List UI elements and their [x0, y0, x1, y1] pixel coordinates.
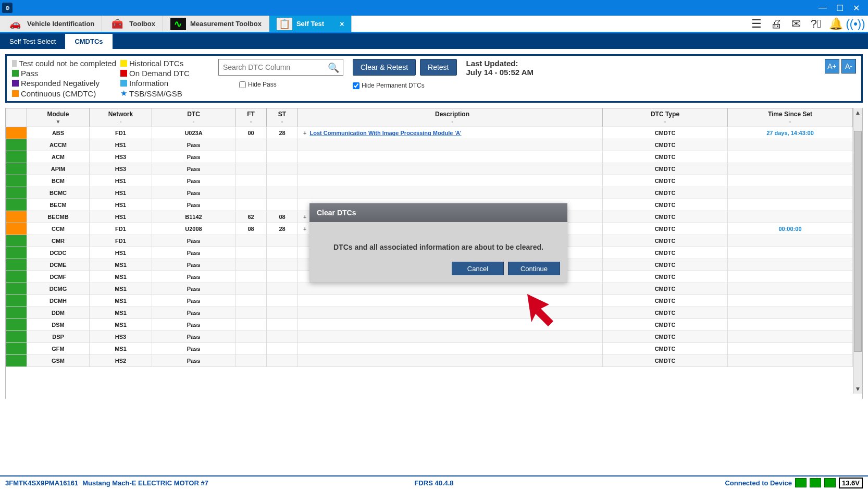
cell-dtc: Pass — [152, 307, 235, 319]
cell-dtc: Pass — [152, 319, 235, 331]
col-ft[interactable]: FT◦ — [235, 108, 267, 127]
col-time-since-set[interactable]: Time Since Set◦ — [728, 108, 853, 127]
subtab-self-test-select[interactable]: Self Test Select — [0, 34, 65, 49]
cell-type: CMDTC — [603, 331, 728, 343]
cell-time — [728, 235, 853, 247]
cell-st — [267, 199, 298, 211]
table-row[interactable]: ACMHS3PassCMDTC — [6, 151, 853, 163]
table-row[interactable]: GFMMS1PassCMDTC — [6, 343, 853, 355]
col-module[interactable]: Module▼ — [27, 108, 90, 127]
voltage-display: 13.6V — [839, 478, 863, 488]
status-indicator — [6, 355, 27, 366]
cell-module: APIM — [27, 163, 90, 175]
tab-vehicle-identification[interactable]: 🚗 Vehicle Identification — [0, 16, 102, 32]
scroll-down-arrow[interactable]: ▼ — [853, 384, 862, 394]
dtc-description-link[interactable]: Lost Communication With Image Processing… — [309, 130, 461, 136]
cell-network: HS1 — [90, 199, 152, 211]
col-description[interactable]: Description◦ — [298, 108, 603, 127]
table-row[interactable]: ACCMHS1PassCMDTC — [6, 139, 853, 151]
col-status[interactable] — [6, 108, 27, 127]
table-row[interactable]: GSMHS2PassCMDTC — [6, 355, 853, 367]
cell-description — [298, 139, 603, 151]
cell-dtc: Pass — [152, 343, 235, 355]
tab-self-test[interactable]: 📋 Self Test × — [269, 16, 352, 32]
cell-description — [298, 151, 603, 163]
print-icon[interactable]: 🖨 — [769, 17, 784, 31]
retest-button[interactable]: Retest — [420, 59, 456, 76]
table-row[interactable]: BCMCHS1PassCMDTC — [6, 187, 853, 199]
mail-icon[interactable]: ✉ — [789, 17, 803, 31]
close-icon[interactable]: × — [340, 20, 344, 28]
cell-dtc: Pass — [152, 187, 235, 199]
search-icon[interactable]: 🔍 — [328, 62, 339, 74]
cancel-button[interactable]: Cancel — [452, 262, 504, 275]
cell-time — [728, 355, 853, 367]
cell-time — [728, 199, 853, 211]
status-indicator — [6, 211, 27, 223]
table-row[interactable]: DCMGMS1PassCMDTC — [6, 283, 853, 295]
cell-dtc: Pass — [152, 235, 235, 247]
cell-module: DDM — [27, 307, 90, 319]
cell-dtc: Pass — [152, 163, 235, 175]
legend-label: TSB/SSM/GSB — [129, 89, 182, 98]
cell-st — [267, 271, 298, 283]
cell-st — [267, 175, 298, 187]
search-input[interactable] — [218, 59, 343, 76]
time-since-set-link[interactable]: 00:00:00 — [778, 226, 801, 232]
cell-module: ACCM — [27, 139, 90, 151]
swatch-purple — [12, 80, 19, 87]
subtab-cmdtcs[interactable]: CMDTCs — [65, 34, 112, 49]
font-increase-button[interactable]: A+ — [825, 59, 839, 74]
cell-dtc: Pass — [152, 151, 235, 163]
scroll-up-arrow[interactable]: ▲ — [853, 108, 862, 117]
status-indicator — [6, 247, 27, 259]
cell-network: MS1 — [90, 319, 152, 331]
clear-retest-button[interactable]: Clear & Retest — [353, 59, 416, 76]
cell-network: HS1 — [90, 175, 152, 187]
table-row[interactable]: DSPHS3PassCMDTC — [6, 331, 853, 343]
cell-dtc: Pass — [152, 355, 235, 367]
col-dtc[interactable]: DTC◦ — [152, 108, 235, 127]
cell-st — [267, 247, 298, 259]
table-row[interactable]: DDMMS1PassCMDTC — [6, 307, 853, 319]
scrollbar[interactable]: ▲ ▼ — [853, 108, 862, 394]
scroll-thumb[interactable] — [854, 131, 862, 352]
font-decrease-button[interactable]: A- — [841, 59, 856, 74]
broadcast-icon[interactable]: ((•)) — [848, 17, 863, 31]
help-icon[interactable]: ?⃝ — [809, 17, 823, 31]
minimize-button[interactable]: — — [819, 3, 827, 13]
col-st[interactable]: ST◦ — [267, 108, 298, 127]
cell-st — [267, 163, 298, 175]
cell-network: MS1 — [90, 343, 152, 355]
clear-dtcs-dialog: Clear DTCs DTCs and all associated infor… — [309, 203, 567, 283]
cell-st: 28 — [267, 223, 298, 235]
time-since-set-link[interactable]: 27 days, 14:43:00 — [766, 130, 814, 136]
status-bar: 3FMTK4SX9PMA16161 Mustang Mach-E ELECTRI… — [0, 475, 868, 489]
hide-pass-checkbox[interactable]: Hide Pass — [218, 81, 343, 88]
cell-description — [298, 175, 603, 187]
menu-icon[interactable]: ☰ — [749, 17, 764, 31]
status-indicator — [6, 175, 27, 187]
table-row[interactable]: BCMHS1PassCMDTC — [6, 175, 853, 187]
table-row[interactable]: DSMMS1PassCMDTC — [6, 319, 853, 331]
legend-label: Responded Negatively — [21, 79, 100, 88]
cell-description — [298, 331, 603, 343]
continue-button[interactable]: Continue — [508, 262, 560, 275]
cell-network: FD1 — [90, 235, 152, 247]
cell-time — [728, 175, 853, 187]
table-row[interactable]: DCMHMS1PassCMDTC — [6, 295, 853, 307]
tab-measurement-toolbox[interactable]: ∿ Measurement Toolbox — [163, 16, 269, 32]
close-button[interactable]: ✕ — [853, 3, 860, 13]
hide-permanent-checkbox[interactable]: Hide Permanent DTCs — [353, 82, 425, 89]
cell-dtc: Pass — [152, 295, 235, 307]
bell-icon[interactable]: 🔔 — [828, 17, 843, 31]
main-toolbar: 🚗 Vehicle Identification 🧰 Toolbox ∿ Mea… — [0, 16, 868, 33]
app-icon: ⚙ — [2, 3, 13, 13]
table-row[interactable]: ABSFD1U023A0028+Lost Communication With … — [6, 127, 853, 139]
tab-toolbox[interactable]: 🧰 Toolbox — [102, 16, 163, 32]
cell-ft — [235, 199, 267, 211]
table-row[interactable]: APIMHS3PassCMDTC — [6, 163, 853, 175]
maximize-button[interactable]: ☐ — [836, 3, 844, 13]
col-dtc-type[interactable]: DTC Type◦ — [603, 108, 728, 127]
col-network[interactable]: Network◦ — [90, 108, 152, 127]
